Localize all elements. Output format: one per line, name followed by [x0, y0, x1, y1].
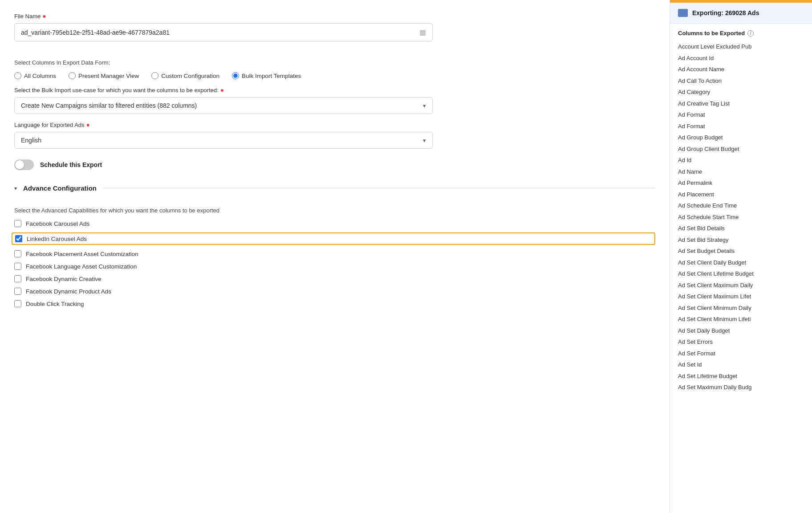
- collapse-icon[interactable]: ▾: [14, 185, 17, 191]
- list-item: Ad Set Id: [678, 359, 804, 370]
- list-item: Ad Set Daily Budget: [678, 325, 804, 337]
- bulk-import-label: Select the Bulk Import use-case for whic…: [14, 86, 655, 94]
- list-item: Ad Category: [678, 86, 804, 98]
- checkbox-facebook-dynamic-creative[interactable]: Facebook Dynamic Creative: [14, 275, 655, 282]
- checkbox-facebook-carousel[interactable]: Facebook Carousel Ads: [14, 220, 655, 227]
- list-item: Ad Group Client Budget: [678, 143, 804, 155]
- schedule-export-section: Schedule this Export: [14, 159, 655, 170]
- list-item: Ad Format: [678, 109, 804, 121]
- list-item: Ad Permalink: [678, 177, 804, 189]
- list-item: Ad Set Client Daily Budget: [678, 257, 804, 269]
- list-item: Ad Set Client Lifetime Budget: [678, 268, 804, 280]
- capabilities-label: Select the Advanced Capabilities for whi…: [14, 207, 655, 214]
- right-sidebar: Exporting: 269028 Ads Columns to be Expo…: [670, 0, 812, 513]
- list-item: Ad Set Maximum Daily Budg: [678, 382, 804, 393]
- list-item: Ad Format: [678, 121, 804, 132]
- advance-config-divider: ▾ Advance Configuration: [14, 184, 655, 192]
- info-icon[interactable]: i: [747, 30, 754, 37]
- export-title: Exporting: 269028 Ads: [692, 9, 759, 16]
- checkbox-double-click[interactable]: Double Click Tracking: [14, 300, 655, 307]
- list-item: Ad Set Budget Details: [678, 245, 804, 257]
- list-item: Ad Call To Action: [678, 75, 804, 87]
- list-item: Ad Schedule Start Time: [678, 212, 804, 223]
- list-item: Ad Set Bid Details: [678, 223, 804, 234]
- list-item: Ad Group Budget: [678, 132, 804, 143]
- list-item: Ad Set Client Minimum Daily: [678, 302, 804, 314]
- radio-bulk-import[interactable]: Bulk Import Templates: [232, 72, 301, 79]
- select-columns-label: Select Columns In Export Data Form:: [14, 59, 655, 66]
- required-indicator: ●: [42, 12, 46, 20]
- columns-header: Columns to be Exported i: [678, 30, 804, 37]
- main-content: File Name ● ▦ Select Columns In Export D…: [0, 0, 670, 513]
- radio-all-columns[interactable]: All Columns: [14, 72, 56, 79]
- file-name-input-wrapper[interactable]: ▦: [14, 23, 433, 41]
- required-indicator-3: ●: [86, 121, 90, 128]
- checkbox-facebook-language[interactable]: Facebook Language Asset Customization: [14, 263, 655, 270]
- file-name-label: File Name ●: [14, 12, 655, 20]
- list-item: Ad Set Client Maximum Lifet: [678, 291, 804, 302]
- chevron-down-icon: ▾: [423, 102, 426, 109]
- file-icon: ▦: [419, 28, 426, 37]
- list-item: Ad Set Errors: [678, 336, 804, 348]
- column-list: Account Level Excluded Pub Ad Account Id…: [678, 41, 804, 393]
- file-name-input[interactable]: [21, 29, 419, 36]
- checkbox-facebook-placement[interactable]: Facebook Placement Asset Customization: [14, 250, 655, 257]
- list-item: Ad Account Id: [678, 53, 804, 64]
- list-item: Ad Set Client Maximum Daily: [678, 280, 804, 291]
- bulk-import-dropdown[interactable]: Create New Campaigns similar to filtered…: [14, 97, 433, 114]
- list-item: Ad Name: [678, 166, 804, 178]
- list-item: Ad Set Lifetime Budget: [678, 370, 804, 382]
- list-item: Account Level Excluded Pub: [678, 41, 804, 53]
- list-item: Ad Schedule End Time: [678, 200, 804, 212]
- chevron-down-icon-2: ▾: [423, 137, 426, 144]
- list-item: Ad Id: [678, 155, 804, 166]
- language-dropdown[interactable]: English ▾: [14, 132, 433, 149]
- export-header: Exporting: 269028 Ads: [670, 3, 812, 24]
- required-indicator-2: ●: [220, 86, 224, 94]
- capabilities-list: Facebook Carousel Ads LinkedIn Carousel …: [14, 220, 655, 307]
- advance-config-title: Advance Configuration: [23, 184, 97, 192]
- column-format-radio-group: All Columns Present Manager View Custom …: [14, 72, 655, 79]
- list-item: Ad Set Format: [678, 348, 804, 359]
- list-item: Ad Placement: [678, 189, 804, 200]
- list-item: Ad Creative Tag List: [678, 98, 804, 110]
- divider-line: [103, 188, 655, 188]
- schedule-export-label: Schedule this Export: [40, 161, 102, 168]
- list-item: Ad Set Bid Strategy: [678, 234, 804, 246]
- folder-icon: [678, 9, 688, 17]
- list-item: Ad Account Name: [678, 64, 804, 75]
- language-label: Language for Exported Ads ●: [14, 121, 655, 128]
- radio-present-manager[interactable]: Present Manager View: [69, 72, 139, 79]
- columns-section: Columns to be Exported i Account Level E…: [670, 24, 812, 399]
- checkbox-linkedin-carousel[interactable]: LinkedIn Carousel Ads: [12, 232, 655, 245]
- checkbox-facebook-dynamic-product[interactable]: Facebook Dynamic Product Ads: [14, 288, 655, 295]
- list-item: Ad Set Client Minimum Lifeti: [678, 314, 804, 325]
- radio-custom-config[interactable]: Custom Configuration: [151, 72, 219, 79]
- schedule-toggle[interactable]: [14, 159, 34, 170]
